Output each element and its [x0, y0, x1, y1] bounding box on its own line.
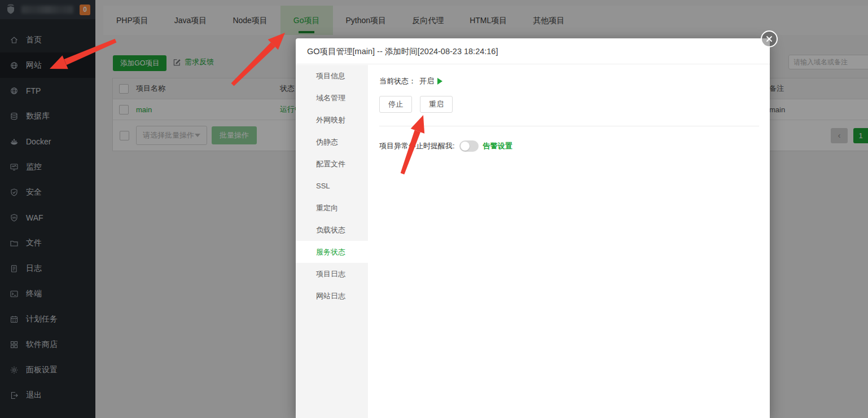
- alert-toggle[interactable]: [459, 140, 479, 152]
- close-icon: [765, 35, 773, 43]
- modal-menu-rewrite[interactable]: 伪静态: [296, 131, 368, 153]
- modal-menu-external-mapping[interactable]: 外网映射: [296, 109, 368, 131]
- modal-content: 当前状态： 开启 停止 重启 项目异常停止时提醒我: 告警设置: [368, 65, 770, 418]
- restart-button[interactable]: 重启: [420, 96, 453, 113]
- modal-close-button[interactable]: [761, 30, 778, 47]
- modal-menu-ssl[interactable]: SSL: [296, 175, 368, 197]
- screen: 0 首页 网站 FTP 数据库 Docker: [0, 0, 868, 418]
- go-project-modal: GO项目管理[main] -- 添加时间[2024-08-23 18:24:16…: [296, 38, 770, 418]
- modal-menu-project-log[interactable]: 项目日志: [296, 263, 368, 285]
- modal-menu-config-file[interactable]: 配置文件: [296, 153, 368, 175]
- modal-menu-load-status[interactable]: 负载状态: [296, 219, 368, 241]
- alert-label: 项目异常停止时提醒我:: [379, 141, 455, 151]
- service-control-buttons: 停止 重启: [379, 96, 759, 113]
- modal-menu-site-log[interactable]: 网站日志: [296, 285, 368, 307]
- alert-setting-line: 项目异常停止时提醒我: 告警设置: [379, 140, 759, 152]
- modal-title: GO项目管理[main] -- 添加时间[2024-08-23 18:24:16…: [296, 38, 770, 64]
- modal-menu-domain[interactable]: 域名管理: [296, 87, 368, 109]
- modal-menu-service-status[interactable]: 服务状态: [296, 241, 368, 263]
- stop-button[interactable]: 停止: [379, 96, 412, 113]
- status-label: 当前状态：: [379, 76, 416, 86]
- divider: [379, 126, 759, 126]
- alert-settings-link[interactable]: 告警设置: [483, 141, 512, 151]
- status-value: 开启: [419, 76, 434, 86]
- modal-menu-redirect[interactable]: 重定向: [296, 197, 368, 219]
- play-icon: [437, 78, 442, 85]
- modal-menu-project-info[interactable]: 项目信息: [296, 65, 368, 87]
- current-status-line: 当前状态： 开启: [379, 76, 759, 86]
- modal-menu: 项目信息 域名管理 外网映射 伪静态 配置文件 SSL 重定向 负载状态 服务状…: [296, 65, 368, 418]
